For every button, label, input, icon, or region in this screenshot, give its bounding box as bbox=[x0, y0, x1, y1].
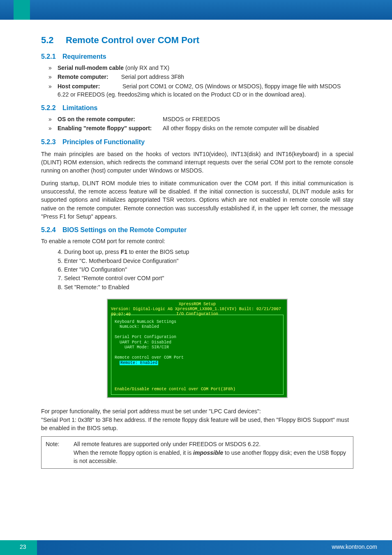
subsection-title: Principles of Functionality bbox=[62, 138, 145, 145]
list-item: Remote computer: Serial port address 3F8… bbox=[58, 73, 353, 81]
page-content: 5.2Remote Control over COM Port 5.2.1Req… bbox=[41, 35, 353, 469]
footer-url: www.kontron.com bbox=[332, 543, 377, 550]
section-number: 5.2 bbox=[41, 35, 66, 46]
note-box: Note: All remote features are supported … bbox=[41, 436, 353, 469]
steps-list: During boot up, press F1 to enter the BI… bbox=[41, 248, 353, 291]
list-item: Enter "I/O Configuration" bbox=[64, 265, 353, 274]
section-title: Remote Control over COM Port bbox=[66, 35, 199, 45]
section-heading: 5.2Remote Control over COM Port bbox=[41, 35, 353, 46]
page-footer: 23 www.kontron.com bbox=[0, 540, 392, 555]
subsection-title: BIOS Settings on the Remote Computer bbox=[62, 226, 187, 233]
bios-line: NumLock: Enabled bbox=[115, 325, 280, 330]
note-label: Note: bbox=[46, 440, 65, 465]
subsection-heading: 5.2.4BIOS Settings on the Remote Compute… bbox=[41, 226, 353, 234]
note-body: All remote features are supported only u… bbox=[74, 440, 349, 465]
bios-line: Serial Port Configuration bbox=[115, 335, 280, 340]
paragraph: For proper functionality, the serial por… bbox=[41, 407, 353, 415]
list-item: Enter "C. Motherboard Device Configurati… bbox=[64, 257, 353, 265]
note-line: All remote features are supported only u… bbox=[74, 440, 349, 448]
page-number: 23 bbox=[20, 543, 26, 550]
list-item: Enabling "remote floppy" support:All oth… bbox=[58, 124, 353, 132]
bios-line: Remote: Enabled bbox=[115, 361, 280, 366]
list-item: Set "Remote:" to Enabled bbox=[64, 283, 353, 291]
paragraph: "Serial Port 1: 0x3f8" to 3F8 hex addres… bbox=[41, 416, 353, 433]
bios-footer: Enable/Disable remote control over COM P… bbox=[115, 387, 235, 392]
subsection-title: Requirements bbox=[62, 53, 106, 60]
bios-line: UART Port A: Disabled bbox=[115, 340, 280, 345]
bios-line: UART Mode: SIR/CIR bbox=[115, 345, 280, 350]
bios-line: Keyboard NumLock Settings bbox=[115, 320, 280, 325]
bios-line: Remote control over COM Port bbox=[115, 355, 280, 361]
note-line: When the remote floppy option is enabled… bbox=[74, 449, 349, 465]
list-item: Serial null-modem cable (only RX and TX) bbox=[58, 64, 353, 72]
bios-screenshot: XpressROM Setup Version: Digital-Logic A… bbox=[107, 299, 288, 398]
side-stripe bbox=[14, 0, 30, 20]
subsection-title: Limitations bbox=[62, 104, 97, 111]
subsection-heading: 5.2.2Limitations bbox=[41, 104, 353, 112]
requirements-list: Serial null-modem cable (only RX and TX)… bbox=[41, 64, 353, 99]
list-item: Host computer: Serial port COM1 or COM2,… bbox=[58, 82, 353, 99]
bios-title: XpressROM Setup bbox=[111, 302, 284, 307]
paragraph: During startup, DLINT ROM module tries t… bbox=[41, 179, 353, 221]
list-item: Select "Remote control over COM port" bbox=[64, 274, 353, 282]
list-item: OS on the remote computer:MSDOS or FREED… bbox=[58, 115, 353, 123]
subsection-heading: 5.2.3Principles of Functionality bbox=[41, 138, 353, 146]
intro-text: To enable a remote COM port for remote c… bbox=[41, 237, 353, 245]
subsection-heading: 5.2.1Requirements bbox=[41, 53, 353, 60]
limitations-list: OS on the remote computer:MSDOS or FREED… bbox=[41, 115, 353, 133]
bios-body: I/O Configuration Keyboard NumLock Setti… bbox=[111, 315, 284, 395]
subsection-number: 5.2.3 bbox=[41, 138, 62, 146]
paragraph: The main principles are based on the hoo… bbox=[41, 150, 353, 175]
subsection-number: 5.2.1 bbox=[41, 53, 62, 60]
list-item: During boot up, press F1 to enter the BI… bbox=[64, 248, 353, 256]
subsection-number: 5.2.2 bbox=[41, 104, 62, 112]
bios-io-label: I/O Configuration bbox=[115, 312, 280, 317]
subsection-number: 5.2.4 bbox=[41, 226, 62, 234]
top-banner bbox=[0, 0, 392, 20]
